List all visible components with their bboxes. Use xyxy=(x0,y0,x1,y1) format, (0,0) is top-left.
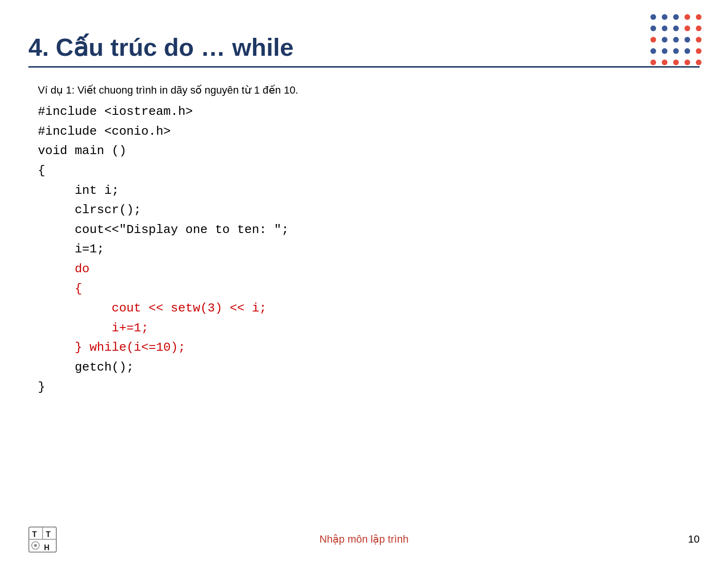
slide-footer: T T H Nhập môn lập trình 10 xyxy=(0,533,728,545)
code-line-13: getch(); xyxy=(38,358,700,378)
dot-3 xyxy=(684,14,690,20)
dot-14 xyxy=(696,37,702,43)
code-line-7: i=1; xyxy=(38,240,700,259)
code-line-1: #include <conio.h> xyxy=(38,122,700,142)
dot-2 xyxy=(673,14,679,20)
dot-16 xyxy=(662,48,667,54)
dot-4 xyxy=(696,14,702,20)
svg-point-6 xyxy=(34,544,37,547)
code-line-9: { xyxy=(38,279,700,299)
dot-19 xyxy=(696,48,702,54)
code-line-0: #include <iostream.h> xyxy=(38,102,700,122)
slide-container: 4. Cấu trúc do … while Ví dụ 1: Viết chu… xyxy=(0,0,728,562)
dot-22 xyxy=(673,60,679,65)
svg-text:T: T xyxy=(46,530,51,538)
dot-20 xyxy=(650,60,656,65)
slide-title: 4. Cấu trúc do … while xyxy=(28,33,700,61)
svg-text:T: T xyxy=(32,530,37,538)
dot-10 xyxy=(650,37,656,43)
code-line-8: do xyxy=(38,259,700,279)
dot-15 xyxy=(650,48,656,54)
title-divider xyxy=(28,66,700,68)
dot-18 xyxy=(684,48,690,54)
code-line-2: void main () xyxy=(38,141,700,161)
dot-24 xyxy=(696,60,702,65)
code-line-4: int i; xyxy=(38,181,700,201)
svg-text:H: H xyxy=(44,544,50,552)
dot-6 xyxy=(662,26,667,31)
code-line-10: cout << setw(3) << i; xyxy=(38,299,700,319)
footer-page-number: 10 xyxy=(688,533,700,545)
dot-11 xyxy=(662,37,667,43)
code-line-14: } xyxy=(38,378,700,398)
code-line-11: i+=1; xyxy=(38,319,700,338)
dot-13 xyxy=(684,37,690,43)
footer-center-text: Nhập môn lập trình xyxy=(319,533,409,545)
dot-23 xyxy=(684,60,690,65)
dot-7 xyxy=(673,26,679,31)
footer-logo: T T H xyxy=(28,527,57,553)
dot-9 xyxy=(696,26,702,31)
dot-0 xyxy=(650,14,656,20)
dot-grid-decoration xyxy=(650,14,704,68)
dot-8 xyxy=(684,26,690,31)
code-block: #include <iostream.h>#include <conio.h>v… xyxy=(38,102,700,397)
dot-5 xyxy=(650,26,656,31)
code-line-3: { xyxy=(38,161,700,181)
code-line-12: } while(i<=10); xyxy=(38,338,700,358)
code-line-6: cout<<"Display one to ten: "; xyxy=(38,220,700,240)
dot-21 xyxy=(662,60,667,65)
dot-17 xyxy=(673,48,679,54)
dot-12 xyxy=(673,37,679,43)
dot-1 xyxy=(662,14,667,20)
code-section: Ví dụ 1: Viết chuong trình in dãy số ngu… xyxy=(28,82,700,397)
code-line-5: clrscr(); xyxy=(38,200,700,220)
example-label: Ví dụ 1: Viết chuong trình in dãy số ngu… xyxy=(38,82,700,98)
